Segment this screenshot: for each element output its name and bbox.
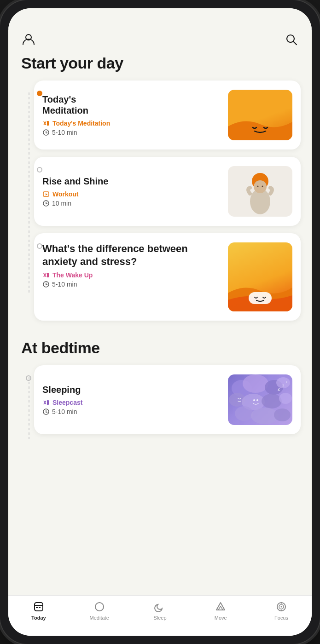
anxiety-card-text: What's the difference between anxiety an…: [42, 242, 221, 288]
sleeping-card-text: Sleeping Sleepcast: [42, 384, 221, 415]
nav-move[interactable]: Move: [190, 600, 251, 621]
svg-point-16: [262, 186, 263, 187]
rise-duration: 10 min: [42, 200, 221, 207]
rise-card-text: Rise and Shine Workout: [42, 176, 221, 207]
svg-point-49: [281, 606, 282, 608]
nav-sleep[interactable]: Sleep: [130, 600, 191, 621]
bottom-nav: Today Meditate Sleep: [8, 595, 312, 636]
timeline-section: Today's Meditation Today's Meditation: [8, 80, 312, 321]
svg-text:z: z: [286, 380, 287, 383]
meditate-label: Meditate: [90, 615, 109, 621]
anxiety-time: 5-10 min: [52, 281, 77, 288]
header: [8, 29, 312, 51]
nav-today[interactable]: Today: [8, 600, 69, 621]
svg-point-15: [257, 186, 259, 187]
svg-point-27: [243, 374, 268, 393]
section-title: Start your day: [8, 51, 312, 80]
svg-point-32: [262, 394, 282, 408]
rise-category: Workout: [52, 190, 79, 198]
svg-text:z: z: [282, 383, 284, 387]
meditation-category: Today's Meditation: [52, 120, 110, 127]
svg-rect-17: [47, 273, 49, 277]
svg-line-2: [293, 41, 297, 45]
svg-point-37: [253, 399, 255, 401]
meditate-icon: [93, 600, 106, 613]
svg-point-36: [274, 408, 291, 421]
today-label: Today: [31, 615, 46, 621]
sleeping-category: Sleepcast: [52, 399, 82, 406]
rise-subtitle: Workout: [42, 190, 221, 198]
svg-rect-45: [39, 607, 41, 608]
sleeping-image: z z z: [228, 374, 292, 425]
anxiety-title: What's the difference between anxiety an…: [42, 242, 221, 268]
nav-focus[interactable]: Focus: [251, 600, 312, 621]
anxiety-card-inner[interactable]: What's the difference between anxiety an…: [34, 233, 301, 321]
focus-label: Focus: [274, 615, 288, 621]
svg-rect-44: [36, 607, 38, 608]
section-title-2: At bedtime: [8, 328, 312, 365]
rise-card-inner[interactable]: Rise and Shine Workout: [34, 157, 301, 226]
sleeping-card[interactable]: Sleeping Sleepcast: [19, 365, 301, 434]
svg-point-38: [256, 399, 258, 401]
meditation-card[interactable]: Today's Meditation Today's Meditation: [19, 80, 301, 150]
sleep-label: Sleep: [153, 615, 166, 621]
meditation-time: 5-10 min: [52, 129, 77, 136]
anxiety-subtitle: The Wake Up: [42, 271, 221, 279]
meditation-duration: 5-10 min: [42, 129, 221, 136]
anxiety-duration: 5-10 min: [42, 281, 221, 288]
status-bar: [8, 8, 312, 29]
svg-point-33: [279, 393, 292, 404]
svg-rect-42: [35, 603, 43, 611]
today-icon: [32, 600, 45, 613]
sleeping-subtitle: Sleepcast: [42, 399, 221, 406]
sleeping-card-inner[interactable]: Sleeping Sleepcast: [34, 365, 301, 434]
svg-rect-21: [249, 292, 272, 304]
meditation-card-text: Today's Meditation Today's Meditation: [42, 94, 221, 136]
sleeping-time: 5-10 min: [52, 408, 77, 415]
sleeping-duration: 5-10 min: [42, 408, 221, 415]
anxiety-card[interactable]: What's the difference between anxiety an…: [19, 233, 301, 321]
rise-title: Rise and Shine: [42, 176, 221, 187]
svg-point-46: [95, 603, 104, 611]
svg-rect-3: [47, 121, 49, 126]
profile-button[interactable]: [21, 32, 36, 47]
svg-rect-22: [47, 400, 49, 405]
svg-text:z: z: [278, 386, 280, 391]
svg-point-34: [235, 406, 253, 421]
focus-icon: [275, 600, 288, 613]
meditation-subtitle: Today's Meditation: [42, 120, 221, 127]
move-label: Move: [215, 615, 227, 621]
search-button[interactable]: [284, 32, 299, 47]
rise-card[interactable]: Rise and Shine Workout: [19, 157, 301, 226]
meditation-image: [228, 90, 292, 140]
bedtime-section: Sleeping Sleepcast: [8, 365, 312, 434]
move-icon: [214, 600, 227, 613]
anxiety-category: The Wake Up: [52, 271, 93, 279]
meditation-card-inner[interactable]: Today's Meditation Today's Meditation: [34, 80, 301, 150]
rise-time: 10 min: [52, 200, 71, 207]
svg-marker-8: [46, 193, 47, 196]
anxiety-image: [228, 242, 292, 311]
meditation-title: Today's Meditation: [42, 94, 221, 116]
rise-image: [228, 166, 292, 217]
scroll-content[interactable]: Start your day Today's Meditation: [8, 29, 312, 595]
sleep-icon: [153, 600, 166, 613]
phone-screen: Start your day Today's Meditation: [8, 8, 312, 636]
svg-point-14: [254, 180, 267, 193]
sleeping-title: Sleeping: [42, 384, 221, 395]
nav-meditate[interactable]: Meditate: [69, 600, 130, 621]
phone-frame: Start your day Today's Meditation: [0, 0, 320, 644]
